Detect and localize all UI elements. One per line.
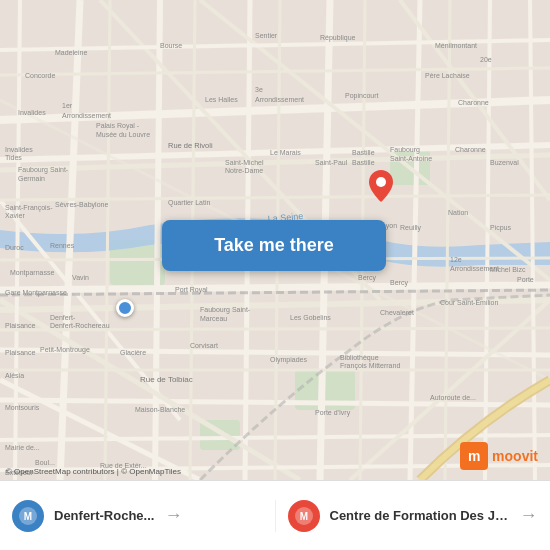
svg-text:Plaisance: Plaisance: [5, 349, 35, 356]
svg-text:Sèvres-Babylone: Sèvres-Babylone: [55, 201, 108, 209]
svg-text:Port Royal: Port Royal: [175, 286, 208, 294]
svg-text:12e: 12e: [450, 256, 462, 263]
svg-text:Petit-Montrouge: Petit-Montrouge: [40, 346, 90, 354]
svg-text:Bibliothèque: Bibliothèque: [340, 354, 379, 362]
svg-text:Notre-Dame: Notre-Dame: [225, 167, 263, 174]
svg-text:Père Lachaise: Père Lachaise: [425, 72, 470, 79]
svg-text:Corvisart: Corvisart: [190, 342, 218, 349]
destination-station-text: Centre de Formation Des Journali...: [330, 508, 510, 523]
svg-text:Xavier: Xavier: [5, 212, 26, 219]
svg-text:M: M: [299, 511, 307, 522]
svg-text:Musée du Louvre: Musée du Louvre: [96, 131, 150, 138]
origin-station[interactable]: M Denfert-Roche... →: [0, 500, 276, 532]
svg-text:Rennes: Rennes: [50, 242, 75, 249]
svg-text:Les Gobelins: Les Gobelins: [290, 314, 331, 321]
svg-point-121: [376, 177, 386, 187]
svg-text:Faubourg Saint-: Faubourg Saint-: [200, 306, 251, 314]
svg-text:Charonne: Charonne: [455, 146, 486, 153]
svg-text:Chevaleret: Chevaleret: [380, 309, 414, 316]
svg-text:Cour Saint-Émilion: Cour Saint-Émilion: [440, 298, 498, 306]
svg-text:Charonne: Charonne: [458, 99, 489, 106]
svg-text:Vavin: Vavin: [72, 274, 89, 281]
moovit-text: moovit: [492, 448, 538, 464]
origin-metro-icon: M: [12, 500, 44, 532]
map-attribution: © OpenStreetMap contributors | © OpenMap…: [6, 467, 181, 476]
origin-station-name: Denfert-Roche...: [54, 508, 154, 523]
svg-text:Saint-Antoine: Saint-Antoine: [390, 155, 432, 162]
svg-text:1er: 1er: [62, 102, 73, 109]
svg-text:Montsouris: Montsouris: [5, 404, 40, 411]
moovit-icon: m: [460, 442, 488, 470]
svg-text:Le Marais: Le Marais: [270, 149, 301, 156]
svg-text:Rue de Rivoli: Rue de Rivoli: [168, 141, 213, 150]
svg-text:Germain: Germain: [18, 175, 45, 182]
svg-text:Madeleine: Madeleine: [55, 49, 87, 56]
take-me-there-label: Take me there: [214, 235, 334, 256]
svg-text:Bercy: Bercy: [358, 274, 376, 282]
svg-text:Saint-Michel: Saint-Michel: [225, 159, 264, 166]
svg-text:M: M: [24, 511, 32, 522]
svg-text:3e: 3e: [255, 86, 263, 93]
svg-text:Quartier Latin: Quartier Latin: [168, 199, 211, 207]
svg-text:Michel Bizc: Michel Bizc: [490, 266, 526, 273]
svg-text:Invalides: Invalides: [5, 146, 33, 153]
svg-text:Gare Montparnasse: Gare Montparnasse: [5, 289, 67, 297]
svg-text:Duroc: Duroc: [5, 244, 24, 251]
svg-text:Reuilly: Reuilly: [400, 224, 422, 232]
svg-text:20e: 20e: [480, 56, 492, 63]
svg-text:Bastille: Bastille: [352, 149, 375, 156]
origin-station-text: Denfert-Roche...: [54, 508, 154, 523]
svg-text:Ménilmontant: Ménilmontant: [435, 42, 477, 49]
svg-line-7: [0, 285, 550, 290]
svg-text:Boul...: Boul...: [35, 459, 55, 466]
destination-metro-icon: M: [288, 500, 320, 532]
svg-text:Bastille: Bastille: [352, 159, 375, 166]
svg-text:Buzenval: Buzenval: [490, 159, 519, 166]
svg-text:Mairie de...: Mairie de...: [5, 444, 40, 451]
svg-text:Les Halles: Les Halles: [205, 96, 238, 103]
svg-text:Picpus: Picpus: [490, 224, 512, 232]
svg-text:Alésia: Alésia: [5, 372, 24, 379]
svg-text:Arrondissement: Arrondissement: [255, 96, 304, 103]
destination-marker: [369, 170, 393, 206]
destination-station-name: Centre de Formation Des Journali...: [330, 508, 510, 523]
svg-text:Maison-Blanche: Maison-Blanche: [135, 406, 185, 413]
svg-text:Glacière: Glacière: [120, 349, 146, 356]
svg-text:Faubourg Saint-: Faubourg Saint-: [18, 166, 69, 174]
svg-text:Olympiades: Olympiades: [270, 356, 307, 364]
svg-text:Saint-François-: Saint-François-: [5, 204, 53, 212]
svg-text:Autoroute de...: Autoroute de...: [430, 394, 476, 401]
svg-text:Tides: Tides: [5, 154, 22, 161]
svg-text:Arrondissement: Arrondissement: [62, 112, 111, 119]
svg-text:Faubourg: Faubourg: [390, 146, 420, 154]
forward-arrow-icon: →: [164, 505, 182, 526]
bottom-bar: M Denfert-Roche... → M Centre de Formati…: [0, 480, 550, 550]
svg-text:Marceau: Marceau: [200, 315, 227, 322]
svg-text:Concorde: Concorde: [25, 72, 55, 79]
svg-text:Plaisance: Plaisance: [5, 322, 35, 329]
svg-text:Nation: Nation: [448, 209, 468, 216]
svg-text:Sentier: Sentier: [255, 32, 278, 39]
svg-text:Porte d'Ivry: Porte d'Ivry: [315, 409, 351, 417]
svg-text:Montparnasse: Montparnasse: [10, 269, 54, 277]
destination-station[interactable]: M Centre de Formation Des Journali... →: [276, 500, 551, 532]
svg-text:François Mitterrand: François Mitterrand: [340, 362, 400, 370]
svg-text:Denfert-Rochereau: Denfert-Rochereau: [50, 322, 110, 329]
svg-text:Porte: Porte: [517, 276, 534, 283]
origin-marker: [116, 299, 134, 317]
moovit-logo: m moovit: [460, 442, 538, 470]
destination-forward-arrow-icon: →: [520, 505, 538, 526]
take-me-there-button[interactable]: Take me there: [162, 220, 386, 271]
svg-text:Saint-Paul: Saint-Paul: [315, 159, 348, 166]
svg-text:Bourse: Bourse: [160, 42, 182, 49]
map-container: Concorde Madeleine Bourse Sentier Républ…: [0, 0, 550, 480]
svg-text:Rue de Tolbiac: Rue de Tolbiac: [140, 375, 193, 384]
svg-text:République: République: [320, 34, 356, 42]
svg-text:Palais Royal -: Palais Royal -: [96, 122, 140, 130]
svg-text:Invalides: Invalides: [18, 109, 46, 116]
svg-text:Popincourt: Popincourt: [345, 92, 379, 100]
svg-text:Bercy: Bercy: [390, 279, 408, 287]
svg-text:Denfert-: Denfert-: [50, 314, 76, 321]
